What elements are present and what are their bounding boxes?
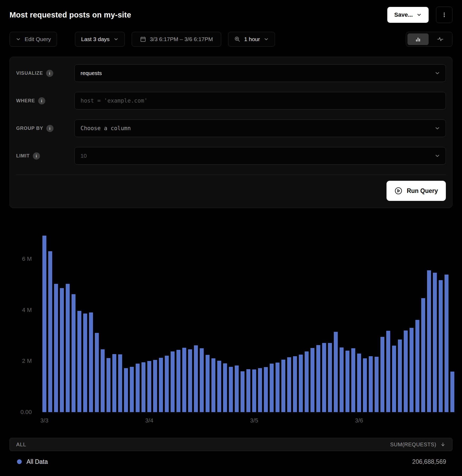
- bar[interactable]: [287, 357, 291, 412]
- bar[interactable]: [427, 270, 431, 412]
- bar[interactable]: [136, 364, 140, 412]
- line-chart-toggle[interactable]: [430, 33, 451, 45]
- bar[interactable]: [159, 358, 163, 412]
- granularity-dropdown[interactable]: 1 hour: [228, 32, 275, 47]
- bar[interactable]: [141, 362, 145, 412]
- bar[interactable]: [450, 372, 454, 412]
- bar[interactable]: [334, 332, 338, 412]
- bar[interactable]: [375, 357, 379, 412]
- bar[interactable]: [241, 371, 245, 412]
- bar[interactable]: [235, 365, 239, 412]
- bar[interactable]: [112, 354, 116, 412]
- bar[interactable]: [217, 361, 221, 412]
- bar[interactable]: [310, 348, 314, 412]
- bar[interactable]: [48, 251, 52, 412]
- bar[interactable]: [147, 361, 151, 412]
- bar[interactable]: [153, 360, 157, 412]
- bar[interactable]: [305, 351, 309, 412]
- bar[interactable]: [392, 346, 396, 412]
- time-range-preset-dropdown[interactable]: Last 3 days: [75, 32, 125, 47]
- bar[interactable]: [176, 350, 180, 412]
- date-range-picker[interactable]: 3/3 6:17PM – 3/6 6:17PM: [132, 32, 221, 47]
- info-icon[interactable]: i: [38, 97, 45, 104]
- bar[interactable]: [445, 275, 448, 412]
- bar[interactable]: [171, 351, 175, 412]
- bar[interactable]: [421, 298, 425, 412]
- series-label: All Data: [26, 458, 48, 465]
- bar[interactable]: [165, 356, 169, 412]
- controls-row: Edit Query Last 3 days 3/3 6:17PM – 3/6 …: [10, 32, 452, 47]
- bar[interactable]: [194, 345, 198, 412]
- bar[interactable]: [252, 369, 256, 412]
- bar[interactable]: [83, 314, 87, 412]
- panel-divider: [16, 175, 446, 175]
- more-options-button[interactable]: [436, 7, 452, 23]
- bar[interactable]: [316, 345, 320, 412]
- bar[interactable]: [433, 273, 437, 412]
- bar[interactable]: [54, 284, 58, 412]
- bar[interactable]: [386, 331, 390, 412]
- bar[interactable]: [223, 363, 227, 412]
- bar[interactable]: [101, 349, 105, 412]
- bar[interactable]: [42, 236, 46, 412]
- bar[interactable]: [60, 288, 64, 412]
- sort-column-sum-requests[interactable]: SUM(REQUESTS): [390, 442, 446, 448]
- bar[interactable]: [351, 348, 355, 412]
- limit-select[interactable]: 10: [74, 147, 446, 165]
- bar[interactable]: [258, 368, 262, 412]
- bar[interactable]: [380, 337, 384, 412]
- edit-query-toggle[interactable]: Edit Query: [10, 32, 57, 47]
- bar[interactable]: [328, 343, 332, 412]
- bar[interactable]: [410, 328, 414, 412]
- bar[interactable]: [89, 312, 93, 412]
- series-legend: All Data: [17, 458, 48, 465]
- bar[interactable]: [369, 356, 373, 412]
- bar[interactable]: [398, 340, 402, 412]
- x-axis-label: 3/3: [40, 417, 48, 424]
- bar[interactable]: [439, 280, 443, 412]
- bar[interactable]: [206, 355, 210, 412]
- where-input[interactable]: host = 'example.com': [74, 92, 446, 109]
- bar[interactable]: [404, 330, 408, 412]
- group-by-select[interactable]: Choose a column: [74, 120, 446, 137]
- bar[interactable]: [270, 364, 274, 412]
- run-query-button[interactable]: Run Query: [387, 181, 446, 201]
- bar[interactable]: [130, 367, 134, 412]
- bar[interactable]: [322, 343, 326, 412]
- bar[interactable]: [363, 358, 367, 412]
- info-icon[interactable]: i: [33, 152, 40, 160]
- bar[interactable]: [106, 358, 110, 412]
- bar[interactable]: [72, 294, 75, 412]
- bar[interactable]: [293, 356, 297, 412]
- bar[interactable]: [357, 354, 361, 412]
- bar[interactable]: [299, 355, 303, 412]
- info-icon[interactable]: i: [46, 125, 54, 132]
- bar[interactable]: [229, 367, 233, 412]
- bar[interactable]: [95, 333, 99, 412]
- bar-chart-toggle[interactable]: [407, 33, 429, 45]
- bar[interactable]: [200, 348, 204, 412]
- bar[interactable]: [182, 348, 186, 412]
- save-button[interactable]: Save...: [387, 7, 429, 23]
- column-header-all: ALL: [16, 442, 26, 448]
- bar[interactable]: [188, 349, 192, 412]
- run-query-label: Run Query: [407, 187, 438, 195]
- page-title: Most requested posts on my-site: [10, 11, 131, 19]
- bar[interactable]: [246, 369, 250, 412]
- zoom-in-icon: [234, 36, 241, 42]
- bar[interactable]: [345, 351, 349, 412]
- bar[interactable]: [124, 368, 128, 412]
- table-row[interactable]: All Data 206,688,569: [10, 451, 452, 472]
- bar[interactable]: [340, 347, 344, 412]
- bar[interactable]: [211, 358, 215, 412]
- info-icon[interactable]: i: [46, 70, 53, 77]
- visualize-select[interactable]: requests: [74, 64, 446, 82]
- bar[interactable]: [276, 363, 279, 412]
- bar[interactable]: [118, 354, 122, 412]
- bar[interactable]: [77, 311, 81, 412]
- edit-query-label: Edit Query: [25, 36, 51, 42]
- bar[interactable]: [415, 320, 419, 412]
- bar[interactable]: [66, 284, 70, 412]
- bar[interactable]: [281, 360, 285, 412]
- bar[interactable]: [264, 367, 268, 412]
